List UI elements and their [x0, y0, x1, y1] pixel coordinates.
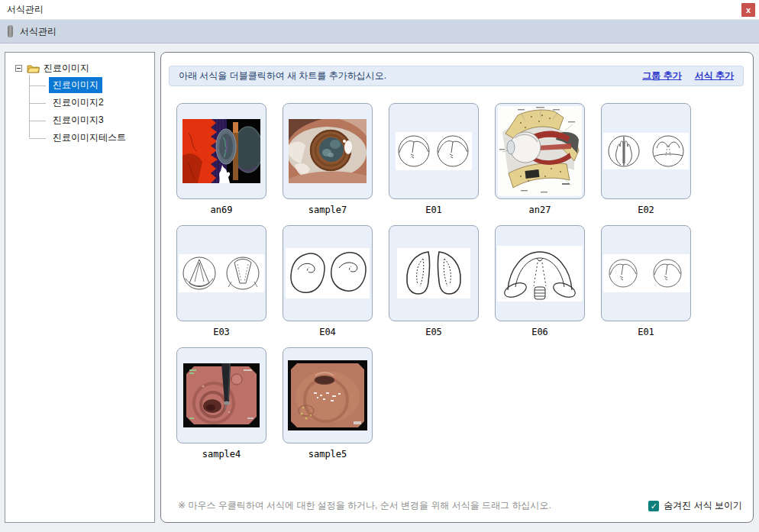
close-icon[interactable]: x — [741, 3, 755, 17]
form-card-label: E03 — [176, 327, 266, 337]
e05-lung-lobes-diagram — [397, 248, 470, 298]
form-card[interactable]: E03 — [176, 225, 266, 337]
sample5-endoscopy-photo — [288, 360, 367, 430]
form-card-label: sample5 — [283, 449, 373, 459]
sample4-endoscopy-photo — [183, 363, 260, 427]
tree-item-label: 진료이미지테스트 — [49, 130, 130, 146]
form-card[interactable]: E05 — [389, 225, 479, 337]
form-card-label: sample4 — [176, 449, 266, 459]
instruction-text: 아래 서식을 더블클릭하여 새 차트를 추가하십시오. — [179, 69, 629, 82]
e06-epiglottis-diagram — [497, 246, 583, 301]
form-thumbnail[interactable] — [283, 225, 373, 321]
panel-footer: ※ 마우스 우클릭하여 서식에 대한 설정을 하거나, 순서 변경을 위해 서식… — [178, 499, 742, 512]
form-card-label: an69 — [176, 205, 266, 215]
form-thumbnail[interactable] — [389, 225, 479, 321]
form-card[interactable]: sample5 — [283, 347, 373, 459]
form-thumbnail[interactable] — [601, 225, 691, 321]
tree-item-label: 진료이미지 — [49, 77, 102, 93]
form-card[interactable]: E01 — [389, 103, 479, 215]
tree-item-jinryo-image[interactable]: 진료이미지 — [29, 76, 154, 94]
an69-abstract-eye-image — [182, 119, 260, 183]
tree-item-label: 진료이미지2 — [49, 95, 108, 111]
folder-icon — [27, 63, 40, 73]
tree-collapse-icon[interactable] — [15, 65, 22, 72]
e04-eardrum-pair-diagram — [286, 248, 370, 298]
tree-root-label: 진료이미지 — [44, 62, 89, 75]
form-card[interactable]: sample4 — [176, 347, 266, 459]
tree-item-jinryo-image-test[interactable]: 진료이미지테스트 — [29, 129, 154, 147]
e02-vocal-cords-diagram — [603, 133, 689, 169]
form-card-label: E05 — [389, 327, 479, 337]
form-tree-panel: 진료이미지 진료이미지 진료이미지2 진료이미지3 진료이미지테스트 — [5, 52, 155, 523]
form-thumbnail[interactable] — [389, 103, 479, 199]
sample7-eye-photo — [289, 119, 367, 183]
form-card-label: sample7 — [283, 205, 373, 215]
form-card-label: E01 — [601, 327, 691, 337]
form-card-label: E01 — [389, 205, 479, 215]
form-card[interactable]: E01 — [601, 225, 691, 337]
e03-larynx-diagram — [179, 254, 264, 292]
form-card[interactable]: an27 — [495, 103, 585, 215]
an27-orbit-anatomy-image — [498, 106, 582, 196]
toolbar-title: 서식관리 — [20, 25, 57, 38]
form-grid: an69 — [161, 86, 753, 469]
form-card[interactable]: E04 — [283, 225, 373, 337]
form-list-panel: 아래 서식을 더블클릭하여 새 차트를 추가하십시오. 그룹 추가 서식 추가 — [160, 52, 754, 523]
checkbox-label: 숨겨진 서식 보이기 — [664, 499, 742, 512]
window-title: 서식관리 — [7, 3, 44, 16]
window-titlebar: 서식관리 — [0, 0, 759, 20]
add-group-link[interactable]: 그룹 추가 — [642, 69, 681, 82]
form-thumbnail[interactable] — [176, 225, 266, 321]
instruction-bar: 아래 서식을 더블클릭하여 새 차트를 추가하십시오. 그룹 추가 서식 추가 — [169, 66, 744, 86]
form-thumbnail[interactable] — [495, 103, 585, 199]
form-card[interactable]: sample7 — [283, 103, 373, 215]
form-tree: 진료이미지 진료이미지 진료이미지2 진료이미지3 진료이미지테스트 — [5, 53, 154, 147]
form-thumbnail[interactable] — [283, 103, 373, 199]
footer-note: ※ 마우스 우클릭하여 서식에 대한 설정을 하거나, 순서 변경을 위해 서식… — [178, 499, 551, 512]
form-thumbnail[interactable] — [176, 103, 266, 199]
form-thumbnail[interactable] — [283, 347, 373, 443]
tree-children: 진료이미지 진료이미지2 진료이미지3 진료이미지테스트 — [29, 76, 154, 147]
form-card[interactable]: E06 — [495, 225, 585, 337]
tree-item-jinryo-image2[interactable]: 진료이미지2 — [29, 94, 154, 111]
form-card-label: E06 — [495, 327, 585, 337]
form-thumbnail[interactable] — [495, 225, 585, 321]
form-card-label: E04 — [283, 327, 373, 337]
add-form-link[interactable]: 서식 추가 — [695, 69, 734, 82]
tree-item-label: 진료이미지3 — [49, 112, 108, 128]
form-card[interactable]: an69 — [176, 103, 266, 215]
tree-item-jinryo-image3[interactable]: 진료이미지3 — [29, 111, 154, 129]
tree-root-row[interactable]: 진료이미지 — [15, 60, 154, 76]
grip-icon — [8, 25, 13, 37]
form-thumbnail[interactable] — [176, 347, 266, 443]
toolbar: 서식관리 — [0, 20, 759, 44]
show-hidden-forms-checkbox[interactable]: ✓ 숨겨진 서식 보이기 — [648, 499, 742, 512]
form-card-label: E02 — [601, 205, 691, 215]
e01-eardrum-diagram-small — [603, 254, 690, 292]
e01-eardrum-diagram — [396, 132, 472, 170]
checkbox-check-icon[interactable]: ✓ — [648, 501, 659, 511]
form-thumbnail[interactable] — [601, 103, 691, 199]
form-card[interactable]: E02 — [601, 103, 691, 215]
form-card-label: an27 — [495, 205, 585, 215]
